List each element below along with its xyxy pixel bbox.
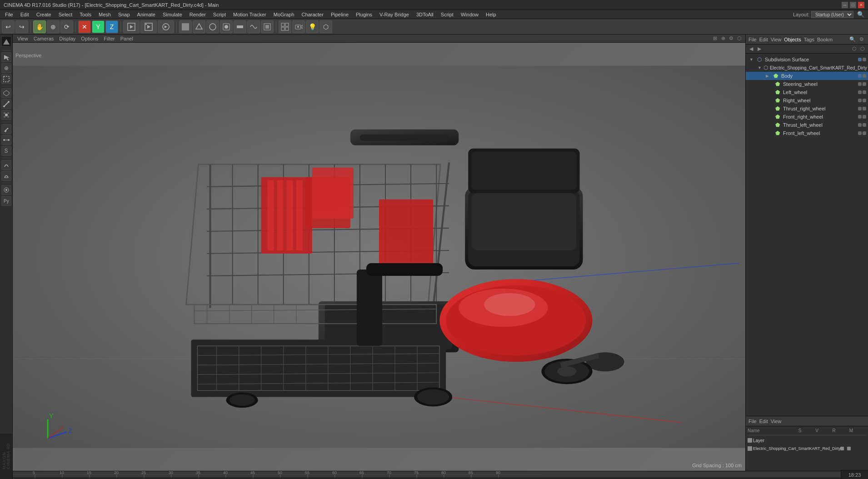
x-axis-button[interactable]: ✕ xyxy=(78,20,91,33)
object-manager-search-icon[interactable]: 🔍 xyxy=(849,36,856,43)
display-mode-7[interactable] xyxy=(261,20,274,33)
viewport-settings-icon[interactable]: ⚙ xyxy=(728,35,734,42)
viewport-expand-icon[interactable]: ⊕ xyxy=(720,35,726,42)
viewport-tab-cameras[interactable]: Cameras xyxy=(32,36,56,41)
object-manager-tab-objects[interactable]: Objects xyxy=(784,37,801,42)
minimize-button[interactable]: ─ xyxy=(842,2,848,8)
viewport-maximize-icon[interactable]: ⬡ xyxy=(736,35,743,42)
layer-row-electric[interactable]: Electric_Shopping_Cart_SmartKART_Red_Dir… xyxy=(748,444,866,453)
tree-item-body[interactable]: ▶ ⬟ Body xyxy=(746,72,868,80)
tree-item-subdivision-surface[interactable]: ▼ ⬡ Subdivision Surface xyxy=(746,55,868,64)
menu-script2[interactable]: Script xyxy=(438,11,457,18)
layer-manager-tab-edit[interactable]: Edit xyxy=(759,419,768,424)
tree-item-steering-wheel[interactable]: ⬟ Steering_wheel xyxy=(746,80,868,88)
layer-row-default[interactable]: Layer xyxy=(748,436,866,444)
object-manager-tab-view[interactable]: View xyxy=(771,37,782,42)
knife-tool[interactable] xyxy=(1,124,11,134)
menu-mesh[interactable]: Mesh xyxy=(95,11,114,18)
display-mode-5[interactable] xyxy=(234,20,246,33)
om-icon-3[interactable]: ⬡ xyxy=(851,45,858,53)
menu-simulate[interactable]: Simulate xyxy=(160,11,185,18)
object-manager-tab-file[interactable]: File xyxy=(748,37,757,42)
rect-select-tool[interactable] xyxy=(1,74,11,84)
om-icon-1[interactable]: ◀ xyxy=(748,45,755,53)
bridge-tool[interactable] xyxy=(1,135,11,145)
light-button[interactable]: 💡 xyxy=(306,20,319,33)
display-mode-2[interactable] xyxy=(193,20,205,33)
close-button[interactable]: ✕ xyxy=(858,2,864,8)
polygon-tool[interactable] xyxy=(1,88,11,98)
display-mode-6[interactable] xyxy=(247,20,260,33)
menu-file[interactable]: File xyxy=(2,11,16,18)
redo-button[interactable]: ↪ xyxy=(15,20,28,33)
menu-window[interactable]: Window xyxy=(458,11,482,18)
menu-select[interactable]: Select xyxy=(55,11,76,18)
viewport-lock-icon[interactable]: ⊞ xyxy=(712,35,718,42)
layout-dropdown[interactable]: Startup (User) xyxy=(811,11,853,18)
tree-item-thrust-right-wheel[interactable]: ⬟ Thrust_right_wheel xyxy=(746,105,868,113)
spline-tool[interactable]: S xyxy=(1,146,11,156)
object-manager-tab-bookm[interactable]: Bookm xyxy=(817,37,833,42)
z-axis-button[interactable]: Z xyxy=(105,20,118,33)
viewport-3d-scene[interactable]: Z Y xyxy=(13,43,745,471)
y-axis-button[interactable]: Y xyxy=(92,20,105,33)
menu-mograph[interactable]: MoGraph xyxy=(270,11,298,18)
camera-button[interactable] xyxy=(292,20,305,33)
home-button[interactable] xyxy=(1,36,11,46)
render-region-button[interactable] xyxy=(123,20,140,33)
menu-character[interactable]: Character xyxy=(299,11,327,18)
sculpt-tool-2[interactable] xyxy=(1,171,11,181)
object-manager-tab-edit[interactable]: Edit xyxy=(759,37,768,42)
menu-create[interactable]: Create xyxy=(33,11,55,18)
timeline-ruler[interactable]: 0 5 10 15 20 25 30 xyxy=(0,471,868,478)
menu-tools[interactable]: Tools xyxy=(76,11,95,18)
menu-snap[interactable]: Snap xyxy=(115,11,133,18)
tree-item-front-left-wheel[interactable]: ⬟ Front_left_wheel xyxy=(746,129,868,137)
undo-button[interactable]: ↩ xyxy=(2,20,15,33)
scale-tool[interactable]: ⊕ xyxy=(47,20,60,33)
move-tool[interactable]: ✋ xyxy=(33,20,46,33)
object-manager-tab-tags[interactable]: Tags xyxy=(804,37,814,42)
tree-item-left-wheel[interactable]: ⬟ Left_wheel xyxy=(746,88,868,96)
tree-item-electric-cart[interactable]: ▼ ⬡ Electric_Shopping_Cart_SmartKART_Red… xyxy=(746,64,868,72)
viewport-tab-options[interactable]: Options xyxy=(79,36,100,41)
display-mode-4[interactable] xyxy=(220,20,233,33)
menu-plugins[interactable]: Plugins xyxy=(353,11,375,18)
viewport-tab-display[interactable]: Display xyxy=(57,36,77,41)
menu-motion-tracker[interactable]: Motion Tracker xyxy=(230,11,269,18)
sculpt-tool-1[interactable] xyxy=(1,160,11,170)
select-tool[interactable] xyxy=(1,52,11,62)
viewport-tab-filter[interactable]: Filter xyxy=(102,36,116,41)
menu-pipeline[interactable]: Pipeline xyxy=(328,11,352,18)
tree-item-thrust-left-wheel[interactable]: ⬟ Thrust_left_wheel xyxy=(746,121,868,129)
om-icon-2[interactable]: ▶ xyxy=(756,45,763,53)
menu-vray[interactable]: V-Ray Bridge xyxy=(376,11,412,18)
tree-item-front-right-wheel[interactable]: ⬟ Front_right_wheel xyxy=(746,113,868,121)
layer-manager-tab-file[interactable]: File xyxy=(748,419,757,424)
render-viewport-button[interactable] xyxy=(140,20,157,33)
tree-item-right-wheel[interactable]: ⬟ Right_wheel xyxy=(746,96,868,105)
rotate-tool[interactable]: ⟳ xyxy=(60,20,73,33)
display-mode-1[interactable] xyxy=(179,20,192,33)
live-select-tool[interactable]: ⊕ xyxy=(1,63,11,73)
floor-button[interactable]: ⬡ xyxy=(319,20,332,33)
viewport-tab-view[interactable]: View xyxy=(15,36,30,41)
maximize-button[interactable]: □ xyxy=(850,2,856,8)
menu-edit[interactable]: Edit xyxy=(17,11,32,18)
render-to-picture-viewer[interactable] xyxy=(158,20,174,33)
python-icon[interactable]: Py xyxy=(1,196,11,206)
viewport-canvas[interactable]: Perspective xyxy=(13,43,745,471)
point-tool[interactable] xyxy=(1,110,11,120)
menu-3dtoall[interactable]: 3DToAll xyxy=(413,11,437,18)
grid-button[interactable] xyxy=(279,20,291,33)
paint-tool[interactable] xyxy=(1,185,11,195)
menu-help[interactable]: Help xyxy=(483,11,499,18)
object-manager-settings-icon[interactable]: ⚙ xyxy=(858,36,865,43)
menu-animate[interactable]: Animate xyxy=(134,11,159,18)
menu-script[interactable]: Script xyxy=(210,11,229,18)
search-icon[interactable]: 🔍 xyxy=(855,11,866,18)
edge-tool[interactable] xyxy=(1,99,11,109)
viewport-tab-panel[interactable]: Panel xyxy=(119,36,135,41)
layer-manager-tab-view[interactable]: View xyxy=(771,419,782,424)
om-icon-4[interactable]: ⬡ xyxy=(859,45,866,53)
